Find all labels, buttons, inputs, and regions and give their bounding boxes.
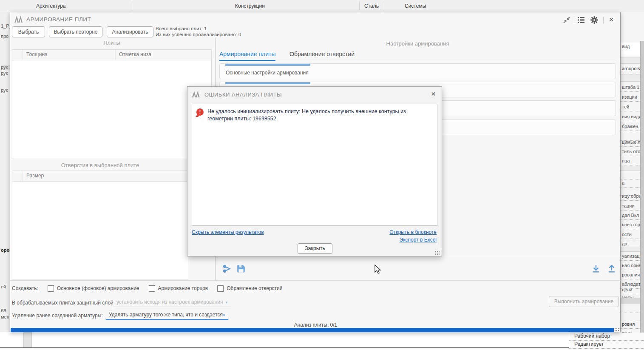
text-fragment: рук	[1, 88, 8, 93]
stats-total: Всего выбрано плит: 1	[156, 26, 241, 31]
removal-label: Удаление ранее созданной арматуры:	[12, 313, 103, 319]
text-fragment: мен	[1, 314, 9, 319]
properties-row	[621, 57, 640, 64]
ribbon-separator	[359, 1, 360, 11]
analyze-button[interactable]: Анализировать	[107, 26, 153, 37]
close-icon[interactable]: ×	[431, 89, 436, 99]
create-option: Основное (фоновое) армирование	[48, 285, 139, 292]
workset-row[interactable]: Рабочий набор	[569, 333, 644, 341]
column-header-bottom-elevation[interactable]: Отметка низа	[116, 50, 211, 60]
slabs-table-body[interactable]	[12, 60, 211, 159]
close-button[interactable]: Закрыть	[298, 243, 332, 254]
error-dialog-title: ОШИБКИ АНАЛИЗА ПЛИТЫ	[204, 91, 282, 98]
checkbox[interactable]	[217, 285, 224, 292]
separator	[603, 17, 604, 23]
properties-row	[621, 247, 640, 252]
share-icon[interactable]	[223, 264, 232, 273]
open-in-notepad-link[interactable]: Открыть в блокноте	[389, 229, 437, 235]
workset-row[interactable]: Редактирует	[569, 341, 644, 349]
settings-tab[interactable]: Армирование плиты	[219, 51, 275, 61]
openings-table-body[interactable]	[12, 182, 188, 279]
select-button[interactable]: Выбрать	[12, 26, 45, 37]
cover-label: В обрабатываемых плитах защитный слой	[12, 300, 113, 306]
upload-icon[interactable]	[607, 264, 616, 273]
settings-tabs: Армирование плитыОбрамление отверстий	[219, 51, 616, 61]
text-fragment: про	[1, 34, 9, 39]
properties-row	[621, 171, 640, 179]
properties-row	[621, 166, 640, 171]
close-icon[interactable]: ×	[607, 16, 616, 24]
resize-grip[interactable]	[435, 250, 440, 255]
slab-analysis-errors-dialog: ОШИБКИ АНАЛИЗА ПЛИТЫ × ! Не удалось иниц…	[187, 86, 442, 256]
workset-panel: Рабочий наборРедактирует	[569, 333, 644, 350]
execute-reinforcement-button[interactable]: Выполнить армирование	[549, 296, 619, 307]
properties-row: цимые ли.	[621, 138, 640, 147]
properties-row: нца	[621, 157, 640, 165]
settings-toolbar-divider	[215, 257, 621, 257]
ribbon-tab[interactable]: Конструкции	[235, 3, 265, 9]
create-options-row: Создавать: Основное (фоновое) армировани…	[12, 285, 282, 292]
ribbon-separator	[132, 1, 132, 11]
column-header-thickness[interactable]: Толщина	[23, 50, 116, 60]
error-list: ! Не удалось инициализировать плиту: Не …	[192, 104, 437, 226]
export-to-excel-link[interactable]: Экспорт в Excel	[400, 237, 437, 243]
properties-row	[621, 298, 640, 304]
openings-panel-title: Отверстия в выбранной плите	[12, 162, 188, 168]
error-message: Не удалось инициализировать плиту: Не уд…	[207, 108, 433, 122]
openings-table-header: Размер	[12, 171, 188, 182]
save-icon[interactable]	[236, 264, 246, 273]
properties-row: тей	[621, 103, 640, 111]
collapse-icon[interactable]	[562, 16, 571, 24]
cover-dropdown[interactable]: установить исходя из настроек армировани…	[113, 298, 231, 307]
properties-row: рования	[621, 271, 640, 279]
row-selector-column	[12, 50, 23, 60]
properties-row: уализаци	[621, 252, 640, 261]
scrollbar-fragment[interactable]	[23, 332, 32, 348]
properties-row: ния види...	[621, 113, 640, 121]
settings-tab[interactable]: Обрамление отверстий	[289, 51, 355, 60]
checkbox-label: Обрамление отверстий	[227, 285, 282, 291]
properties-row: дая Вкл	[621, 211, 640, 220]
properties-row	[621, 74, 640, 82]
card-accent-strip	[225, 82, 310, 84]
download-icon[interactable]	[591, 264, 601, 273]
checkbox[interactable]	[149, 285, 155, 292]
window-controls: ×	[10, 16, 621, 24]
properties-row: ости	[621, 230, 640, 239]
text-fragment: ия	[1, 307, 6, 313]
text-fragment: ей	[1, 284, 6, 289]
palette-scrollbar[interactable]	[640, 41, 644, 333]
slabs-table: Толщина Отметка низа	[12, 49, 212, 159]
settings-panel-title: Настройки армирования	[219, 40, 616, 47]
settings-card[interactable]: Основные настройки армирования	[219, 63, 616, 79]
card-accent-strip	[225, 64, 310, 66]
properties-row: изации	[621, 93, 640, 102]
removal-dropdown[interactable]: Удалять арматуру того же типа, что и соз…	[105, 310, 229, 320]
text-fragment: рук	[1, 71, 8, 76]
column-header-size[interactable]: Размер	[23, 171, 188, 181]
reselect-button[interactable]: Выбрать повторно	[49, 26, 102, 37]
checkbox-label: Армирование торцов	[158, 285, 208, 291]
ribbon-tab[interactable]: Архитектура	[36, 3, 66, 9]
gear-icon[interactable]	[590, 16, 599, 24]
separator	[574, 17, 574, 23]
analysis-status: Анализ плиты: 0/1	[10, 322, 621, 328]
list-icon[interactable]	[577, 16, 585, 24]
properties-row: штаба 1:	[621, 83, 640, 92]
openings-table: Размер	[12, 171, 188, 279]
hide-result-elements-link[interactable]: Скрыть элементы результатов	[192, 229, 264, 235]
mouse-cursor	[374, 265, 382, 275]
checkbox[interactable]	[48, 285, 54, 292]
stats-analyzed: Из них успешно проанализировано: 0	[156, 31, 241, 37]
ribbon-tab[interactable]: Сталь	[364, 3, 379, 9]
properties-row: ровня	[621, 320, 640, 329]
properties-palette: видarnopolskaштаба 1:изациитейния види..…	[621, 0, 640, 350]
resize-grip[interactable]	[614, 328, 620, 332]
progress-bar	[11, 328, 614, 332]
properties-row	[621, 304, 640, 313]
properties-row: тации	[621, 202, 640, 211]
ribbon-tab[interactable]: Системы	[405, 3, 426, 9]
text-fragment: opol	[1, 248, 11, 253]
ribbon-separator	[384, 1, 384, 11]
text-fragment: рук	[1, 65, 10, 70]
